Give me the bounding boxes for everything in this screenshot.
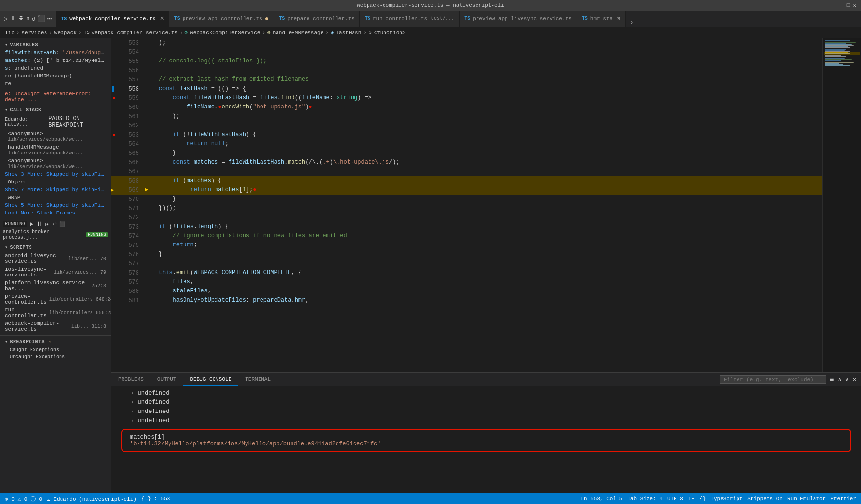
code-line-581: hasOnlyHotUpdateFiles: prepareData.hmr, bbox=[143, 296, 822, 305]
variable-re[interactable]: re bbox=[0, 80, 111, 88]
close-btn[interactable]: ✕ bbox=[853, 2, 856, 9]
tab-preview-livesync[interactable]: TS preview-app-livesync-service.ts bbox=[460, 11, 577, 27]
ts-badge-6: TS bbox=[582, 16, 588, 21]
cs-object[interactable]: Object bbox=[0, 178, 111, 186]
panel-tab-problems[interactable]: PROBLEMS bbox=[111, 373, 151, 386]
console-format-icon[interactable]: ≡ bbox=[830, 376, 834, 383]
tab-label-webpack: webpack-compiler-service.ts bbox=[69, 16, 155, 22]
cs-show-7-more[interactable]: Show 7 More: Skipped by skipFiles bbox=[0, 186, 111, 194]
cs-load-more[interactable]: Load More Stack Frames bbox=[0, 209, 111, 217]
variables-chevron[interactable]: ▾ bbox=[5, 42, 8, 47]
tab-close-webpack[interactable]: × bbox=[160, 15, 164, 23]
tab-hmr[interactable]: TS hmr-sta ⊡ bbox=[577, 11, 626, 27]
panel-tab-debug-console[interactable]: DEBUG CONSOLE bbox=[183, 373, 238, 386]
script-webpack-compiler[interactable]: webpack-compiler-service.ts lib... 811:8 bbox=[0, 320, 111, 333]
breadcrumb-lib[interactable]: lib bbox=[5, 30, 15, 36]
tab-run-controller[interactable]: TS run-controller.ts test/... bbox=[360, 11, 460, 27]
console-value-1: undefined bbox=[138, 390, 169, 397]
breadcrumb-var[interactable]: lastHash bbox=[336, 30, 361, 36]
breakpoints-warn-icon: ⚠ bbox=[48, 339, 52, 345]
tab-preview-app-controller[interactable]: TS preview-app-controller.ts ● bbox=[169, 11, 274, 27]
breadcrumb-webpack[interactable]: webpack bbox=[54, 30, 77, 36]
breakpoints-chevron[interactable]: ▾ bbox=[5, 339, 8, 345]
code-line-573: if (!files.length) { bbox=[143, 222, 822, 231]
cs-anonymous-1[interactable]: <anonymous> lib/services/webpack/we... bbox=[0, 130, 111, 143]
breadcrumb-services[interactable]: services bbox=[21, 30, 47, 36]
code-line-571: })(); bbox=[143, 204, 822, 213]
panel-tab-terminal[interactable]: TERMINAL bbox=[238, 373, 277, 386]
variable-matches[interactable]: matches: (2) ['-b-t14.32/MyHello/platfo.… bbox=[0, 57, 111, 64]
script-name-ios: ios-livesync-service.ts bbox=[5, 266, 51, 278]
console-close-icon[interactable]: ✕ bbox=[853, 376, 856, 383]
activity-stop-icon[interactable]: ⬛ bbox=[37, 15, 45, 23]
breadcrumb-file[interactable]: webpack-compiler-service.ts bbox=[92, 30, 178, 36]
status-eol[interactable]: LF bbox=[688, 496, 694, 502]
activity-skip-icon[interactable]: ⏭ bbox=[17, 15, 25, 22]
activity-pause-icon[interactable]: ⏸ bbox=[10, 15, 16, 22]
process-toolbar: RUNNING ▶ ⏸ ⏭ ↩ ⬛ bbox=[0, 219, 111, 229]
script-run-controller[interactable]: run-controller.ts lib/controllers 656:25 bbox=[0, 306, 111, 320]
panel-tab-output[interactable]: OUTPUT bbox=[151, 373, 184, 386]
process-analytics[interactable]: analytics-broker-process.j... RUNNING bbox=[0, 229, 111, 241]
pt-restart[interactable]: ↩ bbox=[53, 220, 56, 228]
tab-prepare-controller[interactable]: TS prepare-controller.ts bbox=[274, 11, 360, 27]
status-cursor-position[interactable]: Ln 558, Col 5 bbox=[581, 496, 622, 502]
status-prettier[interactable]: Prettier bbox=[830, 496, 856, 502]
cs-show-5-more[interactable]: Show 5 More: Skipped by skipFiles bbox=[0, 201, 111, 209]
pt-play[interactable]: ▶ bbox=[30, 220, 33, 228]
callstack-chevron[interactable]: ▾ bbox=[5, 107, 8, 113]
activity-restart-icon[interactable]: ↺ bbox=[32, 15, 36, 23]
breadcrumb-class[interactable]: WebpackCompilerService bbox=[190, 30, 260, 36]
status-snippets[interactable]: Snippets On bbox=[747, 496, 783, 502]
breadcrumb-method[interactable]: handleHMRMessage bbox=[273, 30, 324, 36]
code-text-567 bbox=[143, 167, 822, 176]
maximize-btn[interactable]: □ bbox=[847, 2, 850, 8]
pt-pause[interactable]: ⏸ bbox=[36, 220, 42, 228]
status-braces[interactable]: {} bbox=[699, 496, 706, 502]
cs-show-3-more[interactable]: Show 3 More: Skipped by skipFiles bbox=[0, 170, 111, 178]
tab-scroll-icon[interactable]: ⊡ bbox=[617, 15, 620, 22]
status-tab-size[interactable]: Tab Size: 4 bbox=[627, 496, 662, 502]
paused-badge: PAUSED ON BREAKPOINT bbox=[48, 115, 106, 129]
code-text-565: } bbox=[143, 149, 822, 158]
status-errors[interactable]: ⊕ 0 ⚠ 0 ⓘ 0 bbox=[5, 495, 42, 503]
console-filter-input[interactable] bbox=[720, 375, 826, 384]
tab-webpack-compiler-service[interactable]: TS webpack-compiler-service.ts × bbox=[56, 11, 169, 27]
script-ios-livesync[interactable]: ios-livesync-service.ts lib/services... … bbox=[0, 265, 111, 279]
console-scroll-down-icon[interactable]: ∨ bbox=[846, 376, 849, 383]
console-arrow-1: › bbox=[131, 390, 134, 396]
script-preview-controller[interactable]: preview-controller.ts lib/controllers 64… bbox=[0, 292, 111, 306]
breadcrumb-fn[interactable]: <function> bbox=[374, 30, 406, 36]
activity-more-icon[interactable]: ⋯ bbox=[47, 14, 52, 24]
status-run-emulator[interactable]: Run Emulator bbox=[787, 496, 826, 502]
scripts-chevron[interactable]: ▾ bbox=[5, 244, 8, 250]
variable-s[interactable]: s: undefined bbox=[0, 64, 111, 72]
bp-caught[interactable]: Caught Exceptions bbox=[0, 346, 111, 353]
pt-skip[interactable]: ⏭ bbox=[45, 221, 50, 227]
variable-re-handleHMR[interactable]: re (handleHMRMessage) bbox=[0, 72, 111, 80]
status-git[interactable]: ☁ Eduardo (nativescript-cli) bbox=[47, 496, 137, 502]
cs-wrap[interactable]: WRAP bbox=[0, 194, 111, 201]
scripts-list: android-livesync-service.ts lib/ser... 7… bbox=[0, 252, 111, 333]
minimize-btn[interactable]: ─ bbox=[841, 2, 844, 8]
code-content[interactable]: ); // console.log({ staleFiles }); // ex… bbox=[143, 38, 822, 372]
variable-fileWithLastHash[interactable]: fileWithLastHash: '/Users/douglasmachad.… bbox=[0, 49, 111, 57]
cs-handleHMR[interactable]: handleHMRMessage lib/services/webpack/we… bbox=[0, 143, 111, 157]
status-language[interactable]: TypeScript bbox=[710, 496, 742, 502]
code-line-578: this.emit(WEBPACK_COMPILATION_COMPLETE, … bbox=[143, 268, 822, 277]
script-platform-livesync[interactable]: platform-livesync-service-bas... 252:3 bbox=[0, 279, 111, 292]
pt-stop[interactable]: ⬛ bbox=[59, 221, 65, 227]
script-android-livesync[interactable]: android-livesync-service.ts lib/ser... 7… bbox=[0, 252, 111, 265]
activity-step-out-icon[interactable]: ⬆ bbox=[26, 15, 30, 23]
console-scroll-up-icon[interactable]: ∧ bbox=[838, 376, 841, 383]
gutter-567: 567 bbox=[111, 167, 143, 176]
call-stack-toolbar: Eduardo: nativ... PAUSED ON BREAKPOINT bbox=[0, 114, 111, 130]
bp-uncaught[interactable]: Uncaught Exceptions bbox=[0, 353, 111, 361]
status-encoding[interactable]: UTF-8 bbox=[667, 496, 683, 502]
tabs-overflow-btn[interactable]: › bbox=[626, 18, 638, 27]
status-position-left[interactable]: {…} : 558 bbox=[141, 496, 170, 502]
cs-anonymous-2[interactable]: <anonymous> lib/services/webpack/we... bbox=[0, 157, 111, 170]
console-output[interactable]: › undefined › undefined › undefined › un… bbox=[111, 386, 861, 493]
activity-debug-icon[interactable]: ▷ bbox=[4, 15, 8, 23]
gutter-562: 562 bbox=[111, 121, 143, 130]
